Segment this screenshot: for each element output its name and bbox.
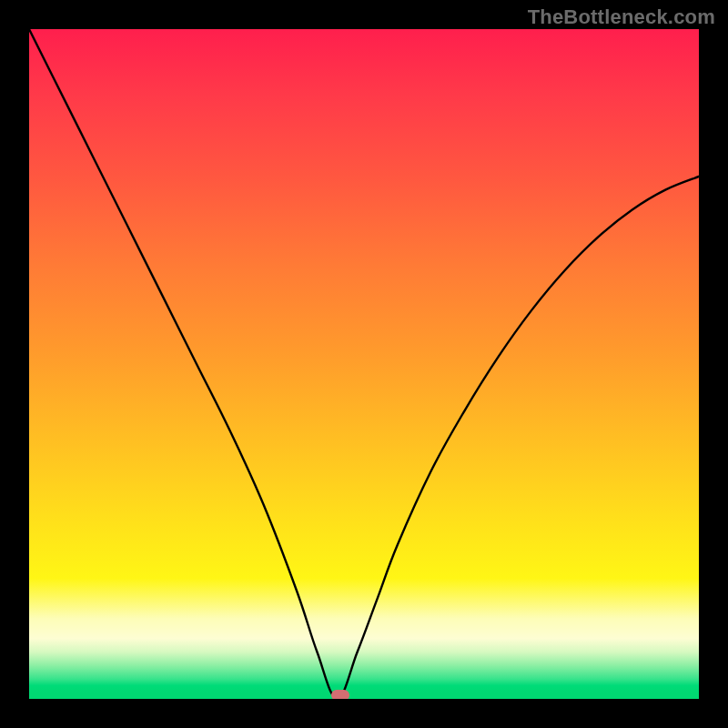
plot-area	[29, 29, 699, 699]
bottleneck-curve	[29, 29, 699, 699]
chart-frame: TheBottleneck.com	[0, 0, 728, 728]
minimum-marker	[331, 690, 349, 699]
watermark-text: TheBottleneck.com	[528, 5, 715, 29]
